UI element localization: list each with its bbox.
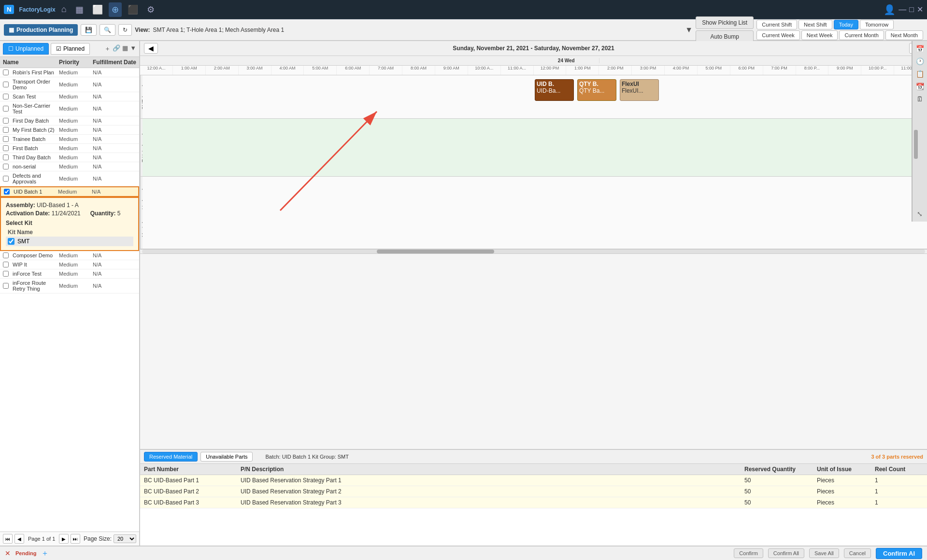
item-checkbox[interactable] <box>3 106 9 112</box>
down-icon[interactable]: ▼ <box>130 44 136 53</box>
kit-checkbox[interactable] <box>8 238 14 245</box>
save-all-button[interactable]: Save All <box>809 548 839 558</box>
item-checkbox[interactable] <box>3 176 9 182</box>
item-checkbox[interactable] <box>3 118 9 124</box>
next-month-button[interactable]: Next Month <box>885 30 923 40</box>
mat-row[interactable]: BC UID-Based Part 2 UID Based Reservatio… <box>140 486 927 497</box>
list-item[interactable]: First Day Batch Medium N/A <box>0 116 139 126</box>
timeline-row-smt: SMT Area 1 UID B.UID-Ba...QTY B.QTY Ba..… <box>140 75 927 119</box>
chart-icon[interactable]: ⊕ <box>109 2 122 17</box>
maximize-icon[interactable]: □ <box>909 5 914 14</box>
list-item[interactable]: Third Day Batch Medium N/A <box>0 153 139 162</box>
parts-badge: 3 of 3 parts reserved <box>871 454 923 460</box>
today-button[interactable]: Today <box>834 20 858 29</box>
current-shift-button[interactable]: Current Shift <box>756 20 797 29</box>
item-checkbox[interactable] <box>3 271 9 277</box>
tab-unavailable-parts[interactable]: Unavailable Parts <box>200 452 253 462</box>
list-item[interactable]: Non-Ser-Carrier Test Medium N/A <box>0 101 139 116</box>
home-icon[interactable]: ⌂ <box>58 2 70 16</box>
item-checkbox[interactable] <box>3 82 9 87</box>
uid-batch-checkbox[interactable] <box>4 189 10 195</box>
box-icon[interactable]: ⬛ <box>125 2 141 17</box>
refresh-button[interactable]: ↻ <box>118 24 132 36</box>
next-shift-button[interactable]: Next Shift <box>799 20 832 29</box>
list-item[interactable]: Scan Test Medium N/A <box>0 92 139 101</box>
cal-prev-button[interactable]: ◀ <box>144 43 158 54</box>
list-edge-icon[interactable]: 📋 <box>914 68 926 80</box>
tab-planned[interactable]: ☑ Planned <box>51 43 90 55</box>
cal3-edge-icon[interactable]: 🗓 <box>914 93 926 105</box>
filter-icon[interactable]: ▼ <box>685 26 693 34</box>
list-item[interactable]: My First Batch (2) Medium N/A <box>0 126 139 135</box>
list-item[interactable]: WIP It Medium N/A <box>0 260 139 269</box>
list-item[interactable]: inForce Test Medium N/A <box>0 269 139 279</box>
list-body[interactable]: Robin's First Plan Medium N/A Transport … <box>0 68 139 532</box>
uid-batch-event[interactable]: UID B.UID-Ba... <box>535 79 574 101</box>
item-checkbox[interactable] <box>3 262 9 267</box>
cal2-edge-icon[interactable]: 📆 <box>914 81 926 92</box>
clock-edge-icon[interactable]: 🕐 <box>914 56 926 67</box>
list-item[interactable]: Robin's First Plan Medium N/A <box>0 68 139 77</box>
col-reel: Reel Count <box>875 466 923 473</box>
mat-row[interactable]: BC UID-Based Part 1 UID Based Reservatio… <box>140 475 927 486</box>
horizontal-scrollbar[interactable] <box>140 249 927 254</box>
item-checkbox[interactable] <box>3 252 9 258</box>
flex-ui-event[interactable]: FlexUIFlexUI... <box>620 79 659 101</box>
pending-add-icon[interactable]: ＋ <box>41 548 49 559</box>
first-page-button[interactable]: ⏮ <box>3 534 13 544</box>
module-button[interactable]: ▦ Production Planning <box>4 24 78 36</box>
item-checkbox[interactable] <box>3 154 9 160</box>
item-checkbox[interactable] <box>3 70 9 75</box>
grid-icon[interactable]: ▦ <box>72 2 86 17</box>
mat-row[interactable]: BC UID-Based Part 3 UID Based Reservatio… <box>140 497 927 508</box>
list-item[interactable]: Composer Demo Medium N/A <box>0 251 139 260</box>
kit-item[interactable]: SMT <box>6 237 133 246</box>
vertical-scrollbar[interactable] <box>914 111 918 207</box>
docs-icon[interactable]: ⬜ <box>89 2 106 17</box>
uid-batch-list-item[interactable]: UID Batch 1 Medium N/A <box>0 186 139 197</box>
grid2-icon[interactable]: ▦ <box>122 44 128 53</box>
settings-icon[interactable]: ⚙ <box>144 2 157 17</box>
item-checkbox[interactable] <box>3 127 9 133</box>
list-item[interactable]: non-serial Medium N/A <box>0 162 139 171</box>
hour-cell: 2:00 AM <box>206 66 239 75</box>
item-checkbox[interactable] <box>3 145 9 151</box>
search-icon: 🔍 <box>104 27 111 33</box>
calendar-edge-icon[interactable]: 📅 <box>914 43 926 55</box>
prev-page-button[interactable]: ◀ <box>14 534 24 544</box>
item-checkbox[interactable] <box>3 164 9 169</box>
resize-icon[interactable]: ⤡ <box>914 208 926 220</box>
list-item[interactable]: Defects and Approvals Medium N/A <box>0 171 139 186</box>
tomorrow-button[interactable]: Tomorrow <box>860 20 894 29</box>
hour-cell: 7:00 PM <box>763 66 796 75</box>
page-size-select[interactable]: 20 50 100 <box>114 534 136 543</box>
save-button[interactable]: 💾 <box>81 24 97 36</box>
show-picking-button[interactable]: Show Picking List <box>696 16 754 29</box>
qty-batch-event[interactable]: QTY B.QTY Ba... <box>577 79 616 101</box>
last-page-button[interactable]: ⏭ <box>71 534 80 544</box>
user-icon[interactable]: 👤 <box>884 4 896 15</box>
next-page-button[interactable]: ▶ <box>59 534 69 544</box>
list-item[interactable]: First Batch Medium N/A <box>0 144 139 153</box>
minimize-icon[interactable]: — <box>898 5 906 14</box>
app-name: FactoryLogix <box>19 6 55 13</box>
list-item[interactable]: inForce Route Retry Thing Medium N/A <box>0 279 139 294</box>
search-button[interactable]: 🔍 <box>100 24 115 36</box>
list-item[interactable]: Transport Order Demo Medium N/A <box>0 77 139 92</box>
close-icon[interactable]: ✕ <box>917 5 923 14</box>
link-icon[interactable]: 🔗 <box>113 44 120 53</box>
tab-unplanned[interactable]: ☐ Unplanned <box>3 43 49 55</box>
item-checkbox[interactable] <box>3 136 9 142</box>
next-week-button[interactable]: Next Week <box>801 30 838 40</box>
cancel-button[interactable]: Cancel <box>844 548 871 558</box>
confirm-button[interactable]: Confirm <box>734 548 763 558</box>
current-month-button[interactable]: Current Month <box>839 30 884 40</box>
item-checkbox[interactable] <box>3 283 9 289</box>
confirm-ai-button[interactable]: Confirm AI <box>876 548 922 559</box>
current-week-button[interactable]: Current Week <box>756 30 800 40</box>
item-checkbox[interactable] <box>3 94 9 99</box>
confirm-all-button[interactable]: Confirm All <box>768 548 804 558</box>
list-item[interactable]: Trainee Batch Medium N/A <box>0 135 139 144</box>
add-icon[interactable]: ＋ <box>104 44 111 53</box>
tab-reserved-material[interactable]: Reserved Material <box>144 452 198 462</box>
